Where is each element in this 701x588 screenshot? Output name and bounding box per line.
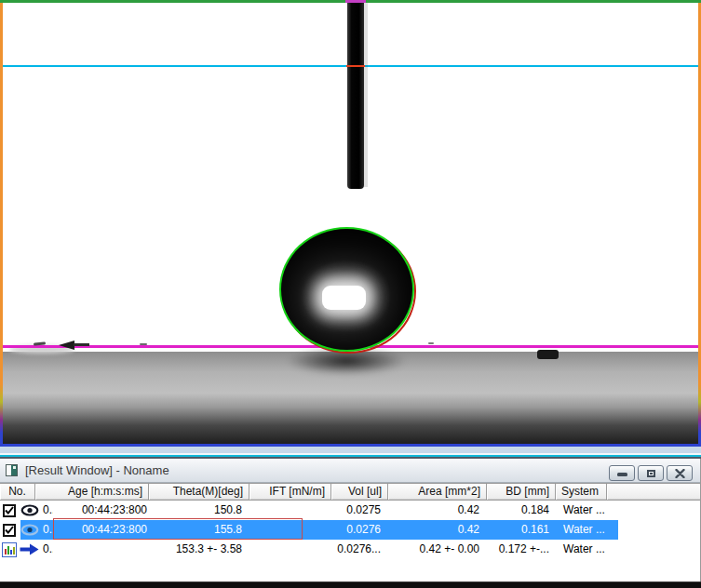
cell-ift: [249, 540, 331, 559]
app-screen: [Result Window] - Noname No. Age [h:m:s:…: [0, 0, 701, 588]
window-icon: [6, 464, 18, 476]
frame-top-magenta-segment: [345, 0, 366, 3]
cell-system: Water ...: [556, 520, 618, 540]
restore-icon: [647, 470, 655, 477]
row-number: 0...: [43, 540, 53, 559]
table-header: No. Age [h:m:s:ms] Theta(M)[deg] IFT [mN…: [0, 483, 700, 501]
surface-speck: [428, 342, 434, 344]
minimize-icon: [617, 473, 627, 476]
column-header-filler: [607, 484, 700, 500]
baseline-arrow-marker: [59, 341, 74, 350]
cell-area: 0.42 +- 0.00: [388, 540, 487, 559]
cell-age: [53, 540, 149, 559]
cell-system: Water ...: [556, 501, 618, 520]
frame-left-border: [0, 0, 3, 447]
camera-view: [0, 0, 701, 447]
row-number: 0...: [43, 520, 53, 540]
arrow-right-icon: [20, 543, 39, 555]
drop-light-highlight: [322, 286, 366, 310]
needle-shadow: [364, 3, 368, 187]
cell-bd: 0.172 +-...: [487, 540, 556, 559]
cell-area: 0.42: [388, 520, 487, 540]
surface-debris: [537, 350, 559, 359]
close-button[interactable]: [667, 465, 693, 481]
cell-theta: 150.8: [149, 501, 249, 520]
close-icon: [675, 469, 685, 478]
dosing-needle: [347, 3, 364, 189]
bottom-band: [0, 581, 701, 588]
cell-vol: 0.0276: [331, 520, 388, 540]
check-icon: [5, 506, 14, 514]
table-row[interactable]: 0... 00:44:23:800 150.8 0.0275 0.42 0.18…: [0, 501, 700, 520]
annotation-highlight-rect: [53, 518, 303, 540]
row-number: 0...: [43, 501, 53, 520]
row-checkbox[interactable]: [3, 524, 16, 537]
restore-button[interactable]: [638, 465, 664, 481]
needle-crossing-marker: [346, 65, 365, 67]
cell-vol: 0.0276...: [331, 540, 388, 559]
cell-age: 00:44:23:800: [53, 501, 149, 520]
cell-vol: 0.0275: [331, 501, 388, 520]
cell-bd: 0.161: [487, 520, 556, 540]
baseline-arrow-tail: [74, 343, 89, 346]
row-checkbox[interactable]: [3, 504, 16, 517]
column-header-theta[interactable]: Theta(M)[deg]: [149, 484, 249, 500]
eye-icon: [20, 504, 39, 516]
frame-bottom-line: [0, 444, 701, 447]
column-header-system[interactable]: System: [556, 484, 607, 500]
window-title: [Result Window] - Noname: [25, 463, 169, 477]
sessile-drop: [279, 227, 414, 352]
chart-icon: [2, 542, 17, 557]
window-controls: [609, 465, 693, 481]
cell-theta: 153.3 +- 3.58: [149, 540, 249, 559]
column-header-age[interactable]: Age [h:m:s:ms]: [35, 484, 149, 500]
cell-bd: 0.184: [487, 501, 556, 520]
column-header-ift[interactable]: IFT [mN/m]: [249, 484, 331, 500]
table-row-stats[interactable]: 0... 153.3 +- 3.58 0.0276... 0.42 +- 0.0…: [0, 540, 700, 559]
eye-icon: [20, 524, 39, 536]
column-header-vol[interactable]: Vol [ul]: [331, 484, 388, 500]
titlebar[interactable]: [Result Window] - Noname: [0, 459, 700, 483]
window-gap-strip: [0, 447, 701, 459]
cell-system: Water ...: [556, 540, 618, 559]
column-header-no[interactable]: No.: [0, 484, 35, 500]
cell-area: 0.42: [388, 501, 487, 520]
column-header-area[interactable]: Area [mm*2]: [388, 484, 487, 500]
check-icon: [5, 526, 14, 534]
minimize-button[interactable]: [609, 465, 635, 481]
cell-ift: [249, 501, 331, 520]
column-header-bd[interactable]: BD [mm]: [487, 484, 556, 500]
surface-speck: [140, 343, 147, 345]
